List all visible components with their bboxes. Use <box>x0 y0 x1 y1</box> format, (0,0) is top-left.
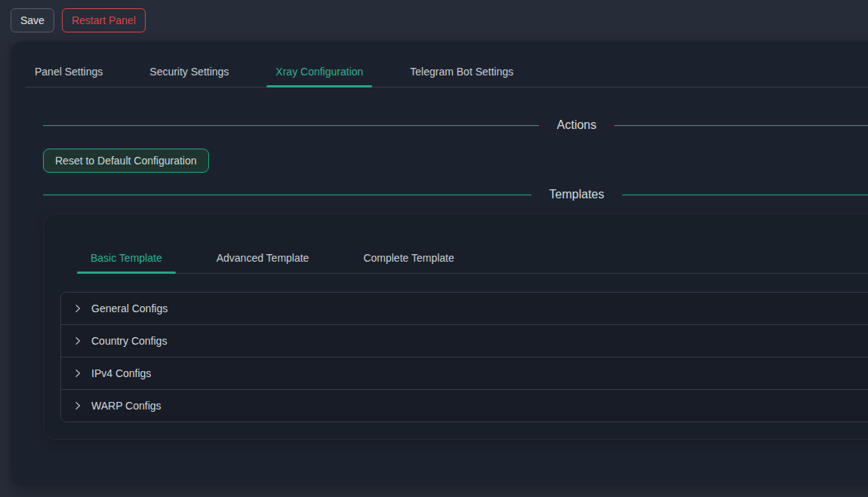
collapse-label: WARP Configs <box>91 400 162 412</box>
templates-card: Basic Template Advanced Template Complet… <box>43 213 868 440</box>
tab-basic-template[interactable]: Basic Template <box>77 243 176 273</box>
topbar: Save Restart Panel <box>0 0 868 41</box>
collapse-general-configs[interactable]: General Configs <box>61 293 868 324</box>
chevron-right-icon <box>73 304 82 313</box>
template-tab-bar: Basic Template Advanced Template Complet… <box>77 243 868 274</box>
tab-panel-settings[interactable]: Panel Settings <box>26 57 112 87</box>
actions-section-title: Actions <box>539 118 614 132</box>
settings-card: Panel Settings Security Settings Xray Co… <box>11 41 868 486</box>
collapse-warp-configs[interactable]: WARP Configs <box>61 389 868 422</box>
tab-xray-configuration[interactable]: Xray Configuration <box>266 57 372 87</box>
actions-divider: Actions <box>43 118 868 132</box>
divider-line <box>622 195 868 195</box>
save-button[interactable]: Save <box>11 8 54 32</box>
tab-complete-template[interactable]: Complete Template <box>349 243 467 273</box>
xray-configuration-panel: Actions Reset to Default Configuration T… <box>26 118 868 440</box>
reset-default-configuration-button[interactable]: Reset to Default Configuration <box>43 149 209 173</box>
tab-telegram-bot-settings[interactable]: Telegram Bot Settings <box>401 57 522 87</box>
tab-security-settings[interactable]: Security Settings <box>140 57 238 87</box>
restart-panel-button[interactable]: Restart Panel <box>62 8 146 32</box>
divider-line <box>43 195 531 195</box>
templates-section-title: Templates <box>531 188 623 201</box>
tab-advanced-template[interactable]: Advanced Template <box>203 243 323 273</box>
chevron-right-icon <box>73 401 82 410</box>
chevron-right-icon <box>73 369 82 378</box>
collapse-label: General Configs <box>91 302 168 314</box>
templates-divider: Templates <box>43 188 868 201</box>
collapse-ipv4-configs[interactable]: IPv4 Configs <box>61 357 868 389</box>
collapse-country-configs[interactable]: Country Configs <box>61 324 868 357</box>
settings-tab-bar: Panel Settings Security Settings Xray Co… <box>26 57 868 87</box>
collapse-label: IPv4 Configs <box>91 367 151 379</box>
collapse-label: Country Configs <box>91 335 167 347</box>
config-collapse-list: General Configs Country Configs IPv4 Con… <box>60 292 868 422</box>
divider-line <box>614 125 868 126</box>
divider-line <box>43 125 539 126</box>
chevron-right-icon <box>73 336 82 345</box>
